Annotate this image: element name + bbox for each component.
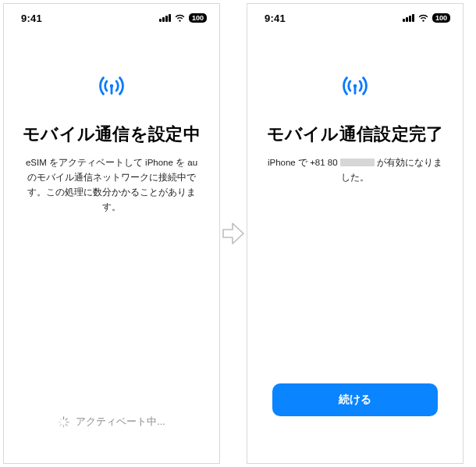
main-content: モバイル通信設定完了 iPhone で +81 80 が有効になりました。 続け…: [247, 32, 463, 463]
continue-button[interactable]: 続ける: [272, 383, 438, 416]
screen-setup-in-progress: 9:41 100: [3, 3, 220, 464]
svg-line-9: [60, 419, 62, 420]
body-text: iPhone で +81 80 が有効になりました。: [261, 155, 449, 185]
cellular-signal-icon: [159, 14, 171, 22]
page-title: モバイル通信を設定中: [23, 123, 201, 146]
main-content: モバイル通信を設定中 eSIM をアクティベートして iPhone を au の…: [4, 32, 219, 463]
wifi-icon: [174, 14, 186, 23]
svg-line-7: [60, 424, 62, 426]
wifi-icon: [417, 14, 429, 23]
phone-text-prefix: iPhone で +81 80: [268, 158, 338, 167]
antenna-icon: [95, 70, 128, 102]
arrow-right-icon: [220, 220, 247, 247]
status-time: 9:41: [21, 12, 42, 24]
status-time: 9:41: [265, 12, 286, 24]
svg-line-3: [66, 419, 67, 420]
page-title: モバイル通信設定完了: [267, 123, 444, 146]
cellular-signal-icon: [403, 14, 414, 22]
screen-setup-complete: 9:41 100: [247, 3, 464, 464]
status-indicators: 100: [159, 13, 207, 23]
body-text: eSIM をアクティベートして iPhone を au のモバイル通信ネットワー…: [18, 155, 205, 215]
status-bar: 9:41 100: [4, 4, 219, 32]
antenna-icon: [339, 70, 371, 102]
svg-line-5: [66, 424, 67, 426]
status-bar: 9:41 100: [247, 4, 463, 32]
spinner-icon: [58, 416, 69, 428]
activating-status: アクティベート中...: [18, 415, 205, 447]
battery-badge: 100: [189, 13, 207, 23]
status-indicators: 100: [403, 13, 450, 23]
redacted-phone-number: [340, 159, 375, 166]
battery-badge: 100: [432, 13, 450, 23]
activating-label: アクティベート中...: [76, 415, 165, 429]
